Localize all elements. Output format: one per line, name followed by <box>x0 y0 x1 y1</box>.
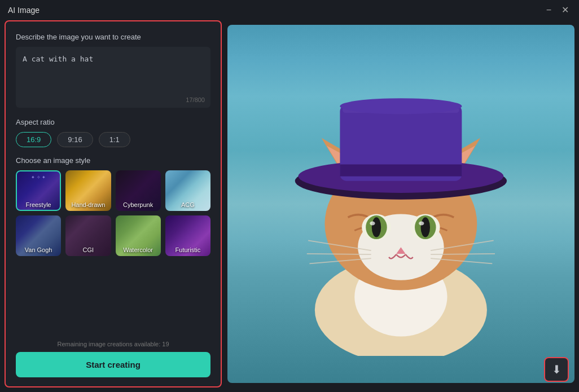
style-section: Choose an image style Freestyle Hand-dra… <box>16 156 210 256</box>
aspect-label: Aspect ratio <box>16 118 210 126</box>
download-icon: ⬇ <box>552 363 562 376</box>
style-label-cyberpunk: Cyberpunk <box>116 201 161 208</box>
svg-line-27 <box>431 254 495 254</box>
window-title: AI Image <box>8 6 40 15</box>
style-item-watercolor[interactable]: Watercolor <box>116 215 161 256</box>
style-bg-handdrawn: Hand-drawn <box>65 170 111 211</box>
style-bg-cyberpunk: Cyberpunk <box>116 170 161 211</box>
style-label-watercolor: Watercolor <box>116 246 161 253</box>
generated-image <box>227 25 574 383</box>
start-creating-button[interactable]: Start creating <box>16 352 210 377</box>
aspect-btn-16-9[interactable]: 16:9 <box>16 132 51 147</box>
svg-rect-11 <box>340 164 462 176</box>
style-label-futuristic: Futuristic <box>165 246 210 253</box>
style-item-freestyle[interactable]: Freestyle <box>16 170 61 211</box>
remaining-text: Remaining image creations available: 19 <box>16 341 210 347</box>
prompt-label: Describe the image you want to create <box>16 33 210 41</box>
style-bg-futuristic: Futuristic <box>165 215 210 256</box>
svg-point-20 <box>421 217 430 237</box>
svg-point-13 <box>340 98 462 114</box>
style-bg-freestyle: Freestyle <box>16 170 61 211</box>
style-bg-vangogh: Van Gogh <box>16 215 61 256</box>
aspect-btn-1-1[interactable]: 1:1 <box>99 132 130 147</box>
svg-line-24 <box>307 254 371 254</box>
prompt-area: A cat with a hat 17/800 <box>16 47 210 108</box>
style-item-futuristic[interactable]: Futuristic <box>165 215 210 256</box>
minimize-button[interactable]: − <box>544 5 554 16</box>
style-label-acg: ACG <box>165 201 210 208</box>
title-bar: AI Image − ✕ <box>0 0 579 20</box>
download-button[interactable]: ⬇ <box>544 357 569 382</box>
style-item-acg[interactable]: ACG <box>165 170 210 211</box>
style-item-cgi[interactable]: CGI <box>65 215 111 256</box>
aspect-section: Aspect ratio 16:9 9:16 1:1 <box>16 118 210 147</box>
cat-svg <box>253 52 549 356</box>
svg-point-16 <box>372 217 381 237</box>
style-label: Choose an image style <box>16 156 210 165</box>
right-panel: ⬇ <box>222 20 579 392</box>
style-bg-acg: ACG <box>165 170 210 211</box>
style-bg-cgi: CGI <box>65 215 111 256</box>
style-label-freestyle: Freestyle <box>16 201 61 208</box>
style-label-handdrawn: Hand-drawn <box>65 201 111 208</box>
svg-point-17 <box>370 221 375 225</box>
char-count: 17/800 <box>186 96 205 103</box>
style-item-vangogh[interactable]: Van Gogh <box>16 215 61 256</box>
style-label-vangogh: Van Gogh <box>16 246 61 253</box>
window-controls: − ✕ <box>544 5 571 16</box>
generated-image-container <box>227 25 574 383</box>
svg-point-21 <box>419 221 424 225</box>
style-bg-watercolor: Watercolor <box>116 215 161 256</box>
style-grid: Freestyle Hand-drawn Cyberpunk ACG <box>16 170 210 256</box>
close-button[interactable]: ✕ <box>559 5 571 16</box>
main-layout: Describe the image you want to create A … <box>0 20 579 392</box>
style-item-handdrawn[interactable]: Hand-drawn <box>65 170 111 211</box>
aspect-buttons: 16:9 9:16 1:1 <box>16 132 210 147</box>
left-panel: Describe the image you want to create A … <box>5 20 222 387</box>
aspect-btn-9-16[interactable]: 9:16 <box>57 132 93 147</box>
style-label-cgi: CGI <box>65 246 111 253</box>
style-item-cyberpunk[interactable]: Cyberpunk <box>116 170 161 211</box>
prompt-input[interactable]: A cat with a hat <box>23 54 204 99</box>
